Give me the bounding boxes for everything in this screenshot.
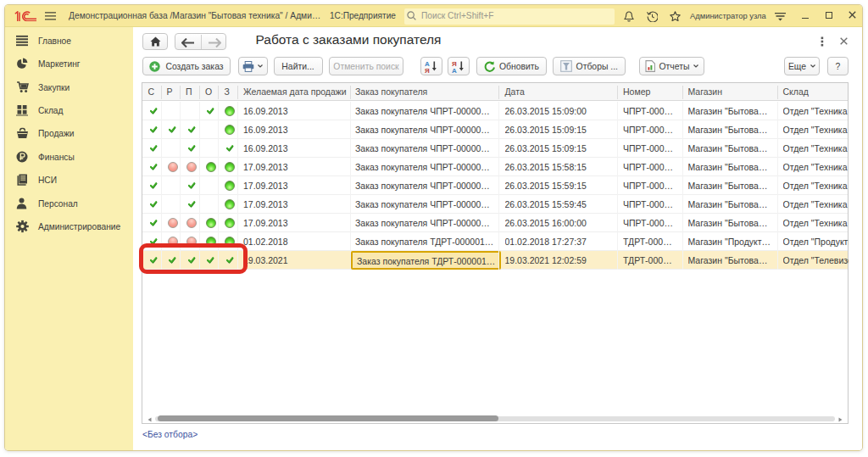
svg-text:Я: Я xyxy=(425,67,430,73)
svg-text:А: А xyxy=(452,67,457,73)
